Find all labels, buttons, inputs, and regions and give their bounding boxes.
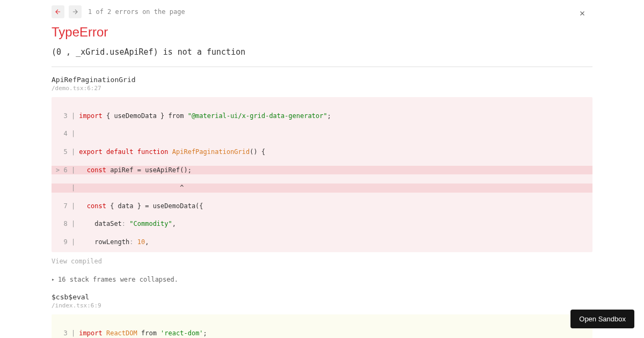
collapsed-frames-text: 16 stack frames were collapsed.: [58, 276, 178, 283]
close-icon[interactable]: [579, 10, 586, 19]
code-block: 3 | import { useDemoData } from "@materi…: [52, 97, 592, 252]
stack-frame-title: $csb$eval: [52, 293, 592, 301]
triangle-right-icon: ▸: [52, 276, 55, 282]
stack-frame-location: /index.tsx:6:9: [52, 302, 592, 309]
error-type: TypeError: [52, 25, 592, 40]
stack-frame-location: /demo.tsx:6:27: [52, 85, 592, 92]
open-sandbox-button[interactable]: Open Sandbox: [570, 310, 634, 328]
prev-error-button[interactable]: [52, 5, 64, 18]
error-message: (0 , _xGrid.useApiRef) is not a function: [52, 47, 592, 57]
error-count-text: 1 of 2 errors on the page: [88, 8, 185, 16]
next-error-button[interactable]: [69, 5, 82, 18]
view-compiled-link[interactable]: View compiled: [52, 258, 592, 265]
stack-frame-title: ApiRefPaginationGrid: [52, 76, 592, 84]
code-block: 3 | import ReactDOM from 'react-dom'; 4 …: [52, 314, 592, 338]
expand-collapsed-frames[interactable]: ▸ 16 stack frames were collapsed.: [52, 276, 592, 283]
divider: [52, 67, 592, 67]
